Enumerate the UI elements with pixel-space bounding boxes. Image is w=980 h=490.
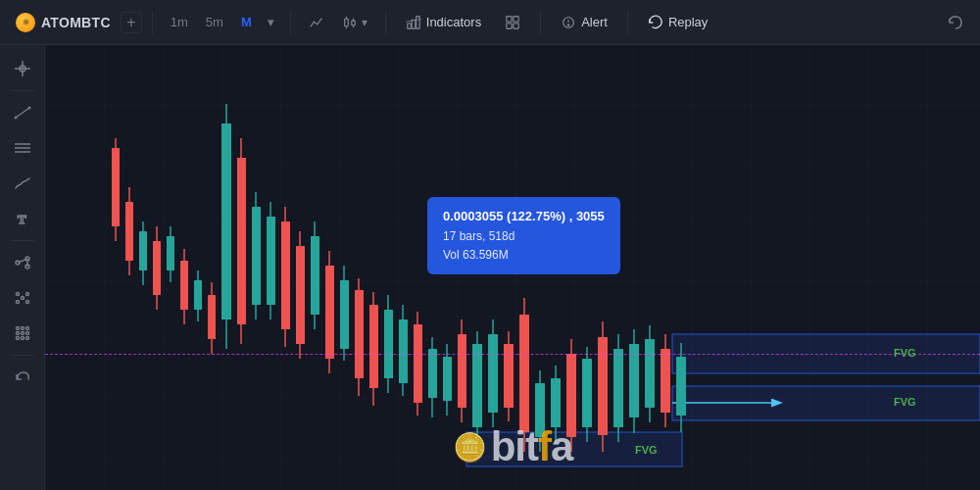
- divider-5: [627, 11, 628, 34]
- line-chart-button[interactable]: [301, 11, 332, 34]
- watermark-a: a: [551, 423, 572, 469]
- svg-point-21: [14, 117, 17, 120]
- undo-tool[interactable]: [7, 362, 38, 393]
- svg-text:T: T: [18, 212, 26, 226]
- more-tools-icon: [14, 324, 31, 342]
- svg-rect-93: [311, 236, 319, 315]
- svg-rect-126: [472, 344, 482, 427]
- svg-rect-6: [408, 23, 412, 27]
- replay-icon: [648, 15, 663, 30]
- svg-rect-135: [519, 315, 529, 432]
- undo-tool-icon: [14, 368, 31, 386]
- symbol-selector[interactable]: ⚛ ATOMBTC: [8, 9, 119, 36]
- candlestick-icon: [342, 15, 358, 30]
- svg-rect-47: [672, 334, 980, 373]
- svg-rect-90: [296, 246, 305, 344]
- svg-rect-147: [582, 359, 592, 427]
- watermark-f: f: [538, 423, 551, 469]
- chart-area[interactable]: FVG FVG FVG 0.0003055 (122.75%) , 3055 1…: [45, 45, 980, 490]
- sidebar-divider-3: [11, 355, 34, 356]
- svg-rect-57: [139, 231, 147, 270]
- svg-line-20: [16, 108, 29, 118]
- candlestick-chart-button[interactable]: ▾: [334, 11, 375, 34]
- svg-rect-117: [428, 349, 437, 398]
- line-tool[interactable]: [7, 97, 38, 128]
- line-tool-icon: [14, 104, 31, 122]
- svg-rect-129: [488, 334, 498, 413]
- timeframe-1m-button[interactable]: 1m: [163, 11, 196, 33]
- svg-rect-165: [676, 357, 686, 416]
- svg-rect-0: [344, 19, 348, 25]
- svg-rect-10: [507, 16, 512, 21]
- svg-rect-69: [194, 280, 202, 310]
- svg-rect-75: [221, 123, 231, 319]
- svg-rect-12: [507, 23, 512, 27]
- add-symbol-button[interactable]: +: [121, 12, 142, 33]
- chart-type-section: ▾: [301, 11, 375, 34]
- svg-point-22: [27, 107, 30, 110]
- svg-point-32: [16, 293, 19, 296]
- undo-icon: [947, 14, 964, 31]
- svg-point-16: [567, 24, 568, 24]
- svg-point-45: [25, 337, 28, 340]
- svg-point-39: [25, 327, 28, 330]
- toolbar: ⚛ ATOMBTC + 1m 5m M ▾ ▾: [0, 0, 980, 45]
- svg-rect-162: [661, 349, 670, 413]
- left-sidebar: T: [0, 45, 45, 490]
- draw-tool[interactable]: [7, 168, 38, 199]
- svg-point-37: [16, 327, 19, 330]
- replay-button[interactable]: Replay: [638, 11, 717, 34]
- svg-rect-51: [112, 148, 120, 226]
- divider-1: [152, 11, 153, 34]
- svg-rect-72: [208, 295, 216, 339]
- svg-point-35: [16, 301, 19, 304]
- timeframe-dropdown[interactable]: ▾: [262, 11, 280, 33]
- draw-icon: [14, 174, 31, 192]
- alert-button[interactable]: Alert: [551, 11, 617, 34]
- layout-button[interactable]: [495, 11, 530, 34]
- svg-rect-105: [369, 305, 378, 388]
- more-tools[interactable]: [7, 318, 38, 349]
- crosshair-icon: [14, 60, 31, 77]
- svg-rect-81: [252, 207, 261, 305]
- undo-button[interactable]: [939, 10, 972, 35]
- svg-rect-60: [153, 241, 161, 295]
- svg-rect-96: [325, 266, 334, 359]
- fib-tool[interactable]: [7, 247, 38, 278]
- svg-point-36: [25, 293, 28, 296]
- svg-point-42: [25, 332, 28, 335]
- svg-rect-102: [355, 290, 364, 378]
- svg-rect-84: [267, 217, 275, 305]
- sidebar-divider-2: [11, 240, 34, 241]
- svg-point-44: [21, 337, 24, 340]
- main-area: T: [0, 45, 980, 490]
- svg-rect-141: [551, 378, 561, 427]
- svg-rect-87: [281, 221, 290, 329]
- alert-label: Alert: [581, 15, 608, 29]
- crosshair-tool[interactable]: [7, 53, 38, 84]
- svg-point-40: [16, 332, 19, 335]
- hline-tool[interactable]: [7, 132, 38, 164]
- svg-rect-66: [180, 261, 188, 310]
- timeframe-5m-button[interactable]: 5m: [198, 11, 231, 33]
- symbol-text: ATOMBTC: [41, 15, 111, 30]
- svg-rect-120: [443, 357, 452, 401]
- svg-rect-11: [514, 16, 518, 21]
- text-tool-icon: T: [14, 210, 31, 227]
- svg-rect-78: [237, 158, 246, 324]
- divider-3: [385, 11, 386, 34]
- watermark: 🪙 bitfa: [453, 423, 573, 470]
- indicators-icon: [406, 15, 421, 30]
- watermark-text: bitfa: [491, 423, 573, 470]
- text-tool[interactable]: T: [7, 203, 38, 234]
- svg-rect-132: [504, 344, 514, 408]
- measure-tool[interactable]: [7, 282, 38, 314]
- sidebar-divider-1: [11, 90, 34, 91]
- svg-rect-111: [399, 319, 408, 383]
- indicators-button[interactable]: Indicators: [396, 11, 491, 34]
- timeframe-m-button[interactable]: M: [233, 11, 260, 33]
- dropdown-arrow: ▾: [362, 16, 368, 29]
- svg-rect-159: [645, 339, 655, 408]
- svg-rect-108: [384, 310, 393, 378]
- divider-2: [290, 11, 291, 34]
